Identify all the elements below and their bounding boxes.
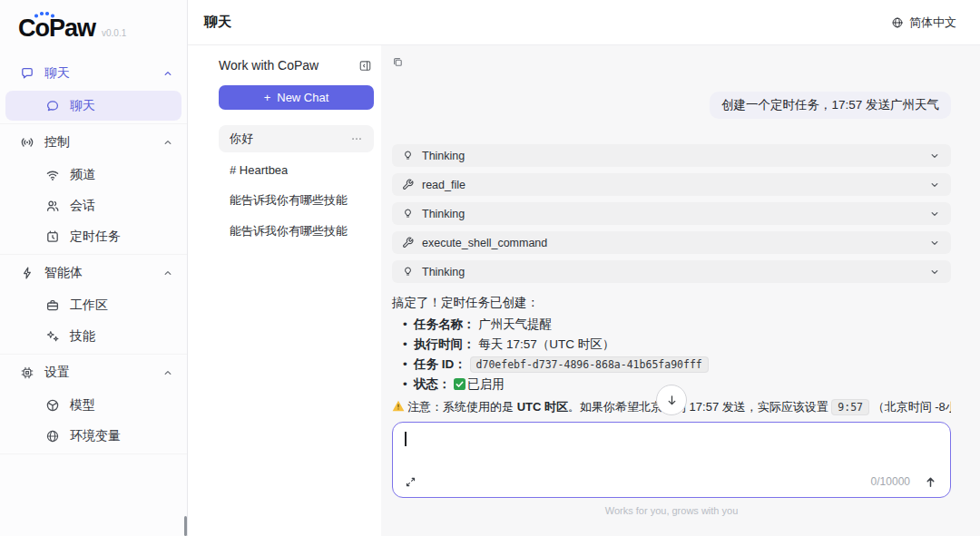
sidebar-nav: 聊天 聊天 控制 频道 会话 定时任务 智能体 工作区 技能: [0, 52, 187, 454]
sidebar-scrollbar-thumb[interactable]: [184, 516, 187, 536]
nav-group-settings: 设置 模型 环境变量: [0, 355, 187, 454]
globe-icon: [45, 429, 60, 443]
chevron-down-icon: [928, 150, 941, 162]
sidebar-section-chat[interactable]: 聊天: [0, 57, 187, 90]
ellipsis-icon[interactable]: [350, 132, 363, 145]
sidebar-item-label: 模型: [70, 397, 95, 414]
chevron-up-icon: [162, 267, 174, 279]
sidebar-section-settings[interactable]: 设置: [0, 356, 187, 389]
bullet-label: 执行时间：: [414, 337, 475, 351]
bullet-label: 任务名称：: [414, 317, 475, 331]
sidebar-item-label: 技能: [70, 328, 95, 345]
sidebar-item-models[interactable]: 模型: [5, 390, 181, 420]
steps-list: Thinking read_file Thinking execute_shel…: [392, 144, 951, 283]
message-input[interactable]: [393, 423, 950, 472]
language-selector[interactable]: 简体中文: [891, 15, 956, 31]
chevron-down-icon: [928, 179, 941, 191]
sidebar-item-channels[interactable]: 频道: [5, 160, 181, 190]
footer-tagline: Works for you, grows with you: [392, 505, 951, 516]
paw-print-icon: [34, 12, 54, 15]
bullet-value: 每天 17:57（UTC 时区）: [478, 337, 614, 351]
thinking-step[interactable]: Thinking: [392, 260, 951, 283]
sidebar-section-label: 聊天: [44, 65, 70, 82]
step-label: execute_shell_command: [422, 237, 547, 249]
sidebar-section-label: 控制: [44, 134, 70, 151]
chat-list-item[interactable]: 能告诉我你有哪些技能: [219, 218, 374, 245]
chat-item-label: 能告诉我你有哪些技能: [230, 223, 348, 239]
sidebar-section-label: 智能体: [44, 265, 83, 281]
scroll-to-bottom-button[interactable]: [656, 385, 687, 415]
sidebar-section-control[interactable]: 控制: [0, 126, 187, 159]
step-label: Thinking: [422, 266, 465, 278]
check-badge-icon: [454, 378, 466, 390]
app-logo: CoPaw: [18, 15, 95, 43]
thinking-step[interactable]: Thinking: [392, 202, 951, 225]
nav-group-chat: 聊天 聊天: [0, 55, 187, 124]
text-caret: [405, 432, 407, 446]
step-label: Thinking: [422, 150, 465, 162]
chat-list-item[interactable]: 你好: [219, 125, 374, 152]
wrench-icon: [402, 179, 414, 190]
broadcast-icon: [20, 135, 34, 150]
note-code: 9:57: [831, 399, 869, 415]
nav-group-agents: 智能体 工作区 技能: [0, 255, 187, 355]
sidebar-item-label: 环境变量: [70, 428, 121, 444]
bullet-label: 状态：: [414, 377, 451, 391]
nav-group-control: 控制 频道 会话 定时任务: [0, 124, 187, 255]
sidebar-item-scheduled-tasks[interactable]: 定时任务: [5, 221, 181, 251]
chat-bubble-icon: [45, 99, 60, 113]
char-counter: 0/10000: [871, 475, 910, 488]
arrow-down-icon: [665, 394, 679, 407]
thinking-step[interactable]: Thinking: [392, 144, 951, 167]
sidebar-item-sessions[interactable]: 会话: [5, 190, 181, 220]
bullet-label: 任务 ID：: [414, 357, 466, 371]
sidebar: CoPaw v0.0.1 聊天 聊天 控制 频道 会话 定时任务 智能体: [0, 0, 188, 536]
panel-header: Work with CoPaw: [219, 58, 374, 73]
users-icon: [45, 199, 60, 213]
warning-icon: [392, 400, 405, 412]
logo: CoPaw v0.0.1: [0, 0, 187, 52]
task-id-code: d70efebf-d737-4896-868a-41b65fa90fff: [470, 356, 709, 373]
send-button[interactable]: [924, 475, 937, 489]
chat-square-icon: [20, 66, 34, 81]
schedule-icon: [45, 229, 60, 244]
chat-main: 创建一个定时任务，17:57 发送广州天气 Thinking read_file…: [381, 45, 980, 536]
note-text: （北京时间 -8小时）。: [869, 400, 951, 414]
app-version: v0.0.1: [102, 28, 126, 38]
chevron-down-icon: [928, 208, 941, 220]
chat-item-label: 能告诉我你有哪些技能: [230, 192, 348, 209]
composer-toolbar: 0/10000: [393, 472, 950, 497]
answer-bullet: 任务 ID： d70efebf-d737-4896-868a-41b65fa90…: [403, 355, 951, 375]
sidebar-item-skills[interactable]: 技能: [5, 321, 181, 351]
plus-icon: +: [264, 91, 271, 104]
lightbulb-icon: [402, 208, 414, 219]
sidebar-item-label: 会话: [70, 198, 95, 214]
chat-list: 你好# Heartbea能告诉我你有哪些技能能告诉我你有哪些技能: [219, 125, 374, 245]
sidebar-item-chat[interactable]: 聊天: [5, 91, 181, 121]
new-chat-button[interactable]: + New Chat: [219, 85, 374, 110]
lightbulb-icon: [402, 266, 414, 278]
expand-icon[interactable]: [405, 476, 416, 488]
note-text: 注意：系统使用的是: [407, 400, 517, 414]
panel-collapse-icon[interactable]: [358, 59, 372, 73]
header: 聊天 简体中文: [188, 0, 980, 45]
answer-bullet: 任务名称： 广州天气提醒: [403, 315, 951, 335]
chevron-down-icon: [928, 237, 941, 249]
sidebar-item-label: 聊天: [70, 98, 95, 114]
app-root: CoPaw v0.0.1 聊天 聊天 控制 频道 会话 定时任务 智能体: [0, 0, 980, 536]
sidebar-item-env-vars[interactable]: 环境变量: [5, 421, 181, 451]
sidebar-item-label: 工作区: [70, 297, 108, 314]
language-label: 简体中文: [909, 15, 956, 31]
chat-list-item[interactable]: # Heartbea: [219, 156, 374, 183]
chat-item-label: # Heartbea: [230, 163, 288, 177]
new-chat-label: New Chat: [277, 91, 328, 104]
copy-icon[interactable]: [392, 56, 404, 68]
tool-call-step[interactable]: execute_shell_command: [392, 231, 951, 254]
sidebar-item-workspace[interactable]: 工作区: [5, 290, 181, 320]
chevron-up-icon: [162, 366, 174, 379]
tool-call-step[interactable]: read_file: [392, 173, 951, 196]
answer-bullets: 任务名称： 广州天气提醒执行时间： 每天 17:57（UTC 时区）任务 ID：…: [392, 315, 951, 395]
sidebar-section-agents[interactable]: 智能体: [0, 257, 187, 289]
chevron-up-icon: [162, 67, 174, 80]
chat-list-item[interactable]: 能告诉我你有哪些技能: [219, 187, 374, 214]
